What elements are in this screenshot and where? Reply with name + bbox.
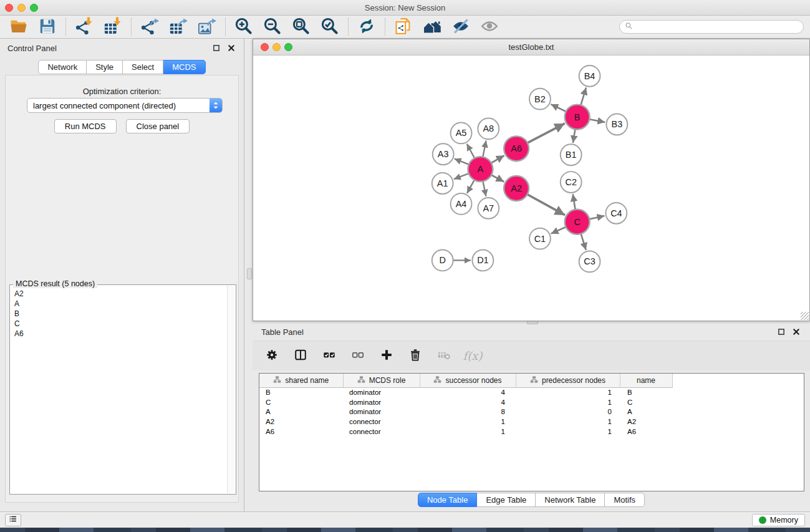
- minimize-window-button[interactable]: [17, 4, 26, 12]
- tab-network-table[interactable]: Network Table: [536, 493, 605, 507]
- graph-node-A2[interactable]: A2: [504, 176, 529, 201]
- float-table-panel-icon[interactable]: [776, 327, 786, 337]
- table-cell[interactable]: 1: [420, 417, 516, 427]
- graph-node-B[interactable]: B: [565, 105, 590, 130]
- table-cell[interactable]: 0: [516, 407, 620, 417]
- search-field[interactable]: [619, 20, 804, 34]
- column-header-mcds-role[interactable]: MCDS role: [343, 374, 420, 387]
- table-cell[interactable]: 1: [516, 387, 620, 397]
- table-cell[interactable]: dominator: [343, 387, 420, 397]
- float-panel-icon[interactable]: [211, 43, 221, 53]
- import-network-button[interactable]: [72, 17, 97, 37]
- close-table-panel-icon[interactable]: [791, 327, 801, 337]
- network-minimize-button[interactable]: [272, 43, 281, 51]
- network-from-selection-button[interactable]: [391, 17, 416, 37]
- zoom-out-button[interactable]: [260, 17, 285, 37]
- columns-view-button[interactable]: [291, 347, 310, 365]
- delete-row-trash-button[interactable]: [406, 347, 425, 365]
- result-list-scrollbar[interactable]: [227, 286, 235, 493]
- close-panel-button[interactable]: Close panel: [126, 119, 190, 133]
- table-cell[interactable]: 4: [420, 387, 516, 397]
- tab-mcds[interactable]: MCDS: [163, 60, 205, 74]
- first-neighbors-button[interactable]: [420, 17, 445, 37]
- table-settings-gear-button[interactable]: [263, 347, 281, 365]
- graph-node-B3[interactable]: B3: [606, 114, 627, 135]
- graph-node-A7[interactable]: A7: [478, 198, 499, 219]
- table-cell[interactable]: C: [259, 397, 343, 407]
- zoom-window-button[interactable]: [30, 4, 38, 12]
- graph-node-A5[interactable]: A5: [451, 122, 472, 143]
- zoom-in-button[interactable]: [231, 17, 256, 37]
- table-row[interactable]: Cdominator41C: [259, 397, 672, 407]
- export-image-button[interactable]: [195, 17, 219, 37]
- column-header-predecessor-nodes[interactable]: predecessor nodes: [516, 374, 620, 387]
- table-cell[interactable]: 1: [516, 417, 620, 427]
- show-all-button[interactable]: [477, 17, 502, 37]
- graph-node-B2[interactable]: B2: [529, 89, 551, 110]
- network-close-button[interactable]: [261, 43, 269, 51]
- zoom-fit-button[interactable]: [289, 17, 314, 37]
- task-history-button[interactable]: [5, 514, 21, 526]
- table-row[interactable]: Adominator80A: [259, 407, 672, 417]
- graph-node-C4[interactable]: C4: [605, 203, 627, 224]
- add-row-button[interactable]: [377, 347, 396, 365]
- mcds-result-item[interactable]: A2: [11, 289, 226, 299]
- tab-select[interactable]: Select: [123, 60, 163, 74]
- network-window-titlebar[interactable]: testGlobe.txt: [253, 39, 809, 56]
- tab-style[interactable]: Style: [87, 60, 123, 74]
- search-input[interactable]: [636, 22, 798, 31]
- export-network-button[interactable]: [137, 17, 162, 37]
- network-canvas[interactable]: B4B2BB3A5A8A6B1A3AA1C2A2A4A7CC4C1C3DD1: [254, 56, 809, 320]
- tab-node-table[interactable]: Node Table: [418, 493, 478, 507]
- hide-selected-button[interactable]: [448, 17, 473, 37]
- network-zoom-button[interactable]: [284, 43, 292, 51]
- table-cell[interactable]: connector: [343, 427, 420, 437]
- save-session-button[interactable]: [35, 17, 60, 37]
- zoom-selected-button[interactable]: [317, 17, 342, 37]
- graph-node-A1[interactable]: A1: [432, 173, 453, 194]
- graph-node-A8[interactable]: A8: [478, 118, 499, 140]
- table-cell[interactable]: B: [620, 387, 672, 397]
- table-row[interactable]: A6connector11A6: [259, 427, 672, 437]
- import-table-button[interactable]: [100, 17, 125, 37]
- table-cell[interactable]: A: [620, 407, 672, 417]
- table-row[interactable]: Bdominator41B: [259, 387, 672, 397]
- table-cell[interactable]: B: [259, 387, 343, 397]
- table-cell[interactable]: 1: [420, 427, 516, 437]
- table-row[interactable]: A2connector11A2: [259, 417, 672, 427]
- graph-node-D1[interactable]: D1: [472, 250, 493, 271]
- graph-node-A[interactable]: A: [468, 157, 493, 181]
- graph-node-C[interactable]: C: [565, 210, 590, 235]
- mcds-result-item[interactable]: C: [11, 319, 226, 329]
- graph-node-B4[interactable]: B4: [579, 65, 600, 87]
- mcds-result-item[interactable]: A6: [11, 329, 226, 339]
- select-all-checks-button[interactable]: [320, 347, 339, 365]
- table-cell[interactable]: A6: [620, 427, 672, 437]
- mcds-result-item[interactable]: B: [11, 309, 226, 319]
- table-cell[interactable]: 1: [516, 397, 620, 407]
- graph-node-A3[interactable]: A3: [433, 143, 454, 165]
- graph-node-D[interactable]: D: [432, 250, 453, 271]
- table-cell[interactable]: C: [620, 397, 672, 407]
- close-panel-icon[interactable]: [226, 43, 236, 53]
- table-cell[interactable]: A: [259, 407, 343, 417]
- refresh-view-button[interactable]: [354, 17, 379, 37]
- table-cell[interactable]: A2: [620, 417, 672, 427]
- run-mcds-button[interactable]: Run MCDS: [54, 119, 117, 133]
- graph-node-A4[interactable]: A4: [451, 193, 472, 215]
- close-window-button[interactable]: [5, 4, 13, 12]
- table-cell[interactable]: 4: [420, 397, 516, 407]
- open-session-button[interactable]: [6, 17, 31, 37]
- column-header-successor-nodes[interactable]: successor nodes: [420, 374, 516, 387]
- graph-node-C2[interactable]: C2: [561, 172, 582, 193]
- tab-edge-table[interactable]: Edge Table: [477, 493, 536, 507]
- table-cell[interactable]: dominator: [343, 397, 420, 407]
- table-cell[interactable]: connector: [343, 417, 420, 427]
- table-cell[interactable]: 8: [420, 407, 516, 417]
- tab-motifs[interactable]: Motifs: [605, 493, 645, 507]
- column-header-name[interactable]: name: [620, 374, 672, 387]
- table-cell[interactable]: A2: [259, 417, 343, 427]
- table-cell[interactable]: dominator: [343, 407, 420, 417]
- graph-node-A6[interactable]: A6: [504, 136, 529, 161]
- optimization-criterion-select[interactable]: largest connected component (directed): [27, 98, 223, 113]
